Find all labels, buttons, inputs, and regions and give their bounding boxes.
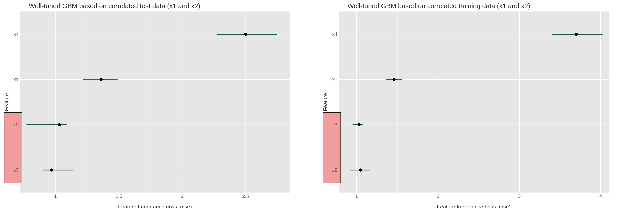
grid-v <box>246 11 246 193</box>
x-tick-label: 4 <box>599 194 602 199</box>
x-tick-label: 3 <box>518 194 521 199</box>
data-point <box>50 169 53 172</box>
y-axis-label: Feature <box>322 93 328 111</box>
y-tick-label: x2 <box>11 122 20 127</box>
grid-v <box>55 11 56 193</box>
grid-v-minor <box>87 11 88 193</box>
grid-h <box>339 124 609 125</box>
data-point <box>244 33 247 36</box>
plot-area <box>339 11 609 193</box>
grid-h <box>339 170 609 170</box>
plot-area <box>20 11 290 193</box>
panel-right: Well-tuned GBM based on correlated train… <box>321 2 609 208</box>
y-tick-label: x3 <box>330 122 339 127</box>
grid-v-minor <box>214 11 214 193</box>
y-tick-label: x4 <box>330 32 339 37</box>
chart-title: Well-tuned GBM based on correlated test … <box>29 2 290 10</box>
chart-title: Well-tuned GBM based on correlated train… <box>348 2 609 10</box>
grid-v <box>182 11 182 193</box>
data-point <box>575 33 578 36</box>
y-tick-label: x1 <box>11 77 20 82</box>
data-point <box>359 169 362 172</box>
x-tick-label: 2.5 <box>242 194 249 199</box>
chart-row: Well-tuned GBM based on correlated test … <box>0 0 644 208</box>
data-point <box>100 78 103 81</box>
y-tick-label: x3 <box>11 168 20 172</box>
x-tick-label: 2 <box>436 194 439 199</box>
data-point <box>358 123 361 126</box>
data-point <box>392 78 396 81</box>
y-tick-label: x2 <box>330 168 339 172</box>
y-axis-label: Feature <box>4 93 10 111</box>
x-tick-label: 2 <box>181 194 184 199</box>
panel-left: Well-tuned GBM based on correlated test … <box>2 2 290 208</box>
range-segment <box>43 170 73 170</box>
x-tick-row: 11.522.5 <box>20 193 290 205</box>
grid-v-minor <box>150 11 151 193</box>
x-tick-label: 1 <box>54 194 57 199</box>
grid-v-minor <box>560 11 560 193</box>
grid-v <box>438 11 438 193</box>
x-tick-label: 1.5 <box>115 194 122 199</box>
y-tick-label: x4 <box>11 32 20 37</box>
grid-h <box>339 79 609 80</box>
grid-v <box>119 11 119 193</box>
grid-h <box>20 79 290 80</box>
grid-v <box>519 11 520 193</box>
data-point <box>58 123 61 126</box>
chart-wrap: Feature x4x1x3x2 <box>321 11 609 193</box>
chart-wrap: Feature x4x1x2x3 <box>2 11 290 193</box>
grid-v <box>600 11 601 193</box>
x-tick-label: 1 <box>355 194 358 199</box>
x-tick-row: 1234 <box>339 193 609 205</box>
grid-v <box>356 11 357 193</box>
y-tick-label: x1 <box>330 77 339 82</box>
